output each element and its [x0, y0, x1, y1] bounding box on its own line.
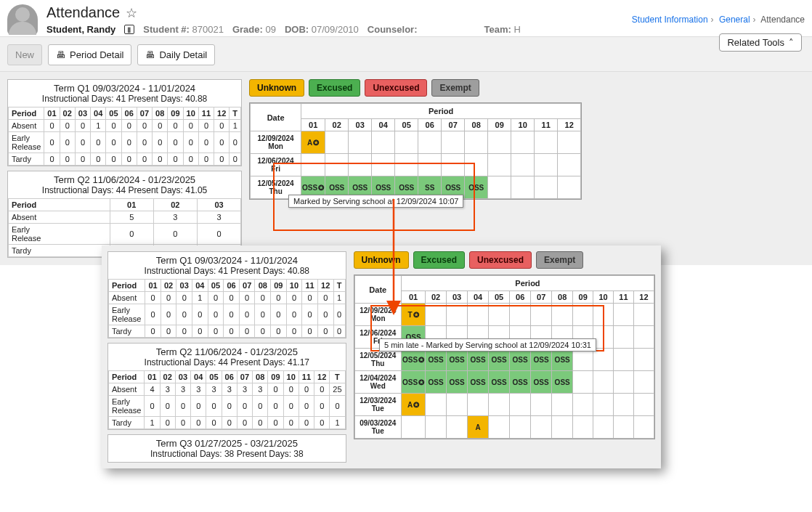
attendance-cell[interactable]: OSS	[468, 371, 489, 394]
attendance-cell[interactable]	[401, 416, 425, 439]
attendance-cell[interactable]	[614, 416, 634, 439]
attendance-cell[interactable]	[447, 304, 468, 326]
attendance-cell[interactable]	[573, 371, 593, 394]
attendance-cell[interactable]	[447, 416, 468, 439]
attendance-cell[interactable]	[447, 394, 468, 416]
attendance-cell[interactable]: OSS	[531, 371, 552, 394]
attendance-cell[interactable]	[573, 304, 593, 326]
attendance-cell[interactable]	[614, 394, 634, 416]
attendance-cell[interactable]	[614, 371, 634, 394]
attendance-cell[interactable]	[418, 131, 442, 154]
attendance-cell[interactable]	[465, 154, 488, 176]
attendance-cell[interactable]	[593, 349, 614, 371]
attendance-cell[interactable]	[468, 304, 489, 326]
attendance-cell[interactable]	[593, 371, 614, 394]
star-icon[interactable]: ☆	[126, 5, 137, 21]
attendance-cell[interactable]	[535, 176, 558, 199]
attendance-cell[interactable]	[489, 304, 510, 326]
attendance-cell[interactable]	[426, 394, 447, 416]
attendance-cell[interactable]: OSS	[447, 349, 468, 371]
attendance-cell[interactable]: OSS	[401, 371, 425, 394]
attendance-cell[interactable]: OSS	[489, 371, 510, 394]
attendance-cell[interactable]: OSS	[510, 349, 531, 371]
attendance-cell[interactable]: OSS	[552, 371, 573, 394]
attendance-cell[interactable]: A	[401, 394, 425, 416]
attendance-cell[interactable]	[552, 394, 573, 416]
attendance-cell[interactable]	[593, 394, 614, 416]
attendance-cell[interactable]	[325, 131, 349, 154]
attendance-cell[interactable]	[442, 131, 465, 154]
attendance-cell[interactable]	[511, 131, 535, 154]
attendance-cell[interactable]	[395, 154, 418, 176]
attendance-cell[interactable]	[349, 131, 372, 154]
attendance-cell[interactable]: OSS	[531, 349, 552, 371]
attendance-cell[interactable]: OSS	[489, 349, 510, 371]
attendance-cell[interactable]: OSS	[465, 176, 488, 199]
attendance-cell[interactable]	[531, 394, 552, 416]
attendance-cell[interactable]	[535, 154, 558, 176]
attendance-cell[interactable]	[633, 394, 654, 416]
attendance-cell[interactable]	[558, 131, 581, 154]
attendance-cell[interactable]	[614, 304, 634, 326]
attendance-cell[interactable]	[593, 304, 614, 326]
attendance-cell[interactable]	[511, 154, 535, 176]
attendance-cell[interactable]	[489, 416, 510, 439]
attendance-cell[interactable]	[488, 154, 511, 176]
attendance-cell[interactable]	[614, 326, 634, 349]
related-tools-label: Related Tools	[727, 37, 784, 48]
legend-unexcused: Unexcused	[365, 79, 427, 97]
attendance-cell[interactable]	[465, 131, 488, 154]
attendance-cell[interactable]	[372, 154, 395, 176]
attendance-cell[interactable]	[349, 154, 372, 176]
attendance-cell[interactable]	[418, 154, 442, 176]
attendance-cell[interactable]	[633, 371, 654, 394]
attendance-cell[interactable]	[531, 304, 552, 326]
attendance-cell[interactable]: OSS	[426, 371, 447, 394]
related-tools-button[interactable]: Related Tools ˄	[719, 33, 802, 52]
attendance-cell[interactable]	[573, 349, 593, 371]
attendance-cell[interactable]	[558, 176, 581, 199]
attendance-cell[interactable]: OSS	[510, 371, 531, 394]
attendance-cell[interactable]	[426, 304, 447, 326]
attendance-cell[interactable]	[593, 416, 614, 439]
attendance-cell[interactable]	[489, 394, 510, 416]
attendance-cell[interactable]	[426, 416, 447, 439]
attendance-cell[interactable]	[488, 176, 511, 199]
attendance-cell[interactable]	[552, 416, 573, 439]
breadcrumb-link[interactable]: Student Information	[632, 15, 708, 25]
daily-detail-button[interactable]: 🖶Daily Detail	[137, 44, 215, 65]
attendance-cell[interactable]	[510, 304, 531, 326]
breadcrumb-link[interactable]: General	[719, 15, 750, 25]
attendance-cell[interactable]	[558, 154, 581, 176]
attendance-cell[interactable]	[510, 416, 531, 439]
attendance-cell[interactable]: A	[301, 131, 325, 154]
attendance-cell[interactable]	[325, 154, 349, 176]
attendance-cell[interactable]	[510, 394, 531, 416]
attendance-cell[interactable]	[511, 176, 535, 199]
attendance-cell[interactable]: OSS	[447, 371, 468, 394]
attendance-cell[interactable]	[633, 304, 654, 326]
attendance-cell[interactable]: A	[468, 416, 489, 439]
attendance-cell[interactable]	[535, 131, 558, 154]
legend-unknown: Unknown	[249, 79, 304, 97]
attendance-cell[interactable]	[395, 131, 418, 154]
attendance-cell[interactable]	[442, 154, 465, 176]
attendance-cell[interactable]	[633, 349, 654, 371]
attendance-cell[interactable]	[573, 416, 593, 439]
attendance-cell[interactable]	[531, 416, 552, 439]
attendance-cell[interactable]	[488, 131, 511, 154]
attendance-cell[interactable]	[301, 154, 325, 176]
attendance-cell[interactable]: OSS	[401, 349, 425, 371]
attendance-cell[interactable]	[468, 394, 489, 416]
attendance-cell[interactable]	[573, 394, 593, 416]
attendance-cell[interactable]	[614, 349, 634, 371]
attendance-cell[interactable]	[552, 304, 573, 326]
attendance-cell[interactable]	[633, 416, 654, 439]
period-detail-button[interactable]: 🖶Period Detail	[48, 44, 131, 65]
attendance-cell[interactable]: T	[401, 304, 425, 326]
attendance-cell[interactable]: OSS	[552, 349, 573, 371]
attendance-cell[interactable]: OSS	[468, 349, 489, 371]
attendance-cell[interactable]	[372, 131, 395, 154]
attendance-cell[interactable]: OSS	[426, 349, 447, 371]
attendance-cell[interactable]	[633, 326, 654, 349]
